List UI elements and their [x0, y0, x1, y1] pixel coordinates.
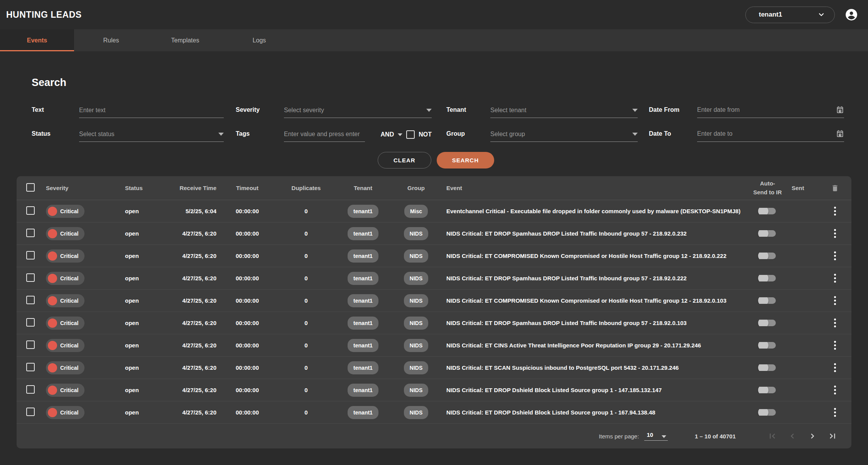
group-select-input[interactable]: [490, 131, 629, 138]
first-page-button[interactable]: [767, 430, 778, 442]
status-value: open: [118, 275, 176, 281]
severity-badge: Critical: [46, 317, 84, 330]
timeout-value: 00:00:00: [216, 297, 278, 304]
previous-page-button[interactable]: [787, 430, 798, 442]
row-checkbox[interactable]: [26, 340, 35, 349]
row-checkbox[interactable]: [26, 296, 35, 304]
text-input[interactable]: [79, 107, 224, 114]
severity-badge: Critical: [46, 249, 84, 263]
tags-operator-select[interactable]: AND: [381, 131, 394, 138]
table-row: Critical open 5/2/25, 6:04 00:00:00 0 te…: [17, 200, 851, 222]
row-menu-icon[interactable]: [831, 272, 839, 284]
auto-send-toggle[interactable]: [760, 409, 776, 416]
dropdown-arrow-icon[interactable]: [632, 109, 638, 112]
next-page-button[interactable]: [807, 430, 818, 442]
toggle-knob: [758, 387, 768, 393]
table-row: Critical open 4/27/25, 6:20 00:00:00 0 t…: [17, 379, 851, 401]
account-avatar-icon[interactable]: [845, 8, 858, 21]
row-menu-icon[interactable]: [831, 295, 839, 307]
status-select[interactable]: [79, 131, 224, 142]
timeout-value: 00:00:00: [216, 409, 278, 416]
tags-input[interactable]: [284, 131, 365, 138]
receive-time-value: 4/27/25, 6:20: [176, 230, 216, 237]
row-checkbox[interactable]: [26, 385, 35, 394]
row-checkbox[interactable]: [26, 318, 35, 327]
row-menu-icon[interactable]: [831, 362, 839, 374]
date-from-field-label: Date From: [649, 106, 697, 118]
tenant-field-label: Tenant: [446, 106, 490, 118]
tenant-badge: tenant1: [348, 205, 378, 218]
clear-button[interactable]: CLEAR: [378, 152, 431, 168]
calendar-icon[interactable]: [836, 130, 844, 138]
row-menu-icon[interactable]: [831, 384, 839, 396]
tenant-selector[interactable]: tenant1: [745, 7, 835, 23]
dropdown-arrow-icon[interactable]: [218, 133, 224, 136]
row-menu-icon[interactable]: [831, 250, 839, 262]
duplicates-value: 0: [278, 208, 334, 214]
tags-not-checkbox[interactable]: [406, 130, 415, 139]
tags-field: [284, 131, 365, 142]
toggle-knob: [758, 320, 768, 326]
row-menu-icon[interactable]: [831, 205, 839, 217]
calendar-icon[interactable]: [836, 106, 844, 114]
tenant-select[interactable]: [490, 107, 638, 118]
items-per-page-value: 10: [647, 431, 653, 438]
auto-send-toggle[interactable]: [760, 275, 776, 281]
column-header-group: Group: [392, 185, 440, 191]
tenant-select-input[interactable]: [490, 107, 629, 114]
row-menu-icon[interactable]: [831, 227, 839, 239]
status-value: open: [118, 297, 176, 304]
select-all-checkbox[interactable]: [26, 183, 35, 192]
column-header-timeout: Timeout: [216, 185, 278, 191]
auto-send-toggle[interactable]: [760, 297, 776, 304]
tab-rules[interactable]: Rules: [74, 29, 148, 51]
event-text: NIDS Critical: ET DROP Spamhaus DROP Lis…: [440, 320, 747, 326]
last-page-button[interactable]: [827, 430, 838, 442]
group-badge: NIDS: [404, 384, 428, 397]
auto-send-toggle[interactable]: [760, 253, 776, 259]
dropdown-arrow-icon[interactable]: [632, 133, 638, 136]
date-to-input[interactable]: [697, 130, 833, 137]
auto-send-toggle[interactable]: [760, 208, 776, 214]
auto-send-toggle[interactable]: [760, 342, 776, 349]
row-checkbox[interactable]: [26, 229, 35, 237]
events-table: Severity Status Receive Time Timeout Dup…: [17, 176, 851, 448]
duplicates-value: 0: [278, 297, 334, 304]
auto-send-toggle[interactable]: [760, 387, 776, 393]
duplicates-value: 0: [278, 230, 334, 237]
toggle-knob: [758, 342, 768, 349]
event-text: NIDS Critical: ET COMPROMISED Known Comp…: [440, 297, 747, 304]
row-menu-icon[interactable]: [831, 317, 839, 329]
column-header-tenant: Tenant: [334, 185, 392, 191]
items-per-page-select[interactable]: 10: [644, 431, 668, 441]
table-row: Critical open 4/27/25, 6:20 00:00:00 0 t…: [17, 312, 851, 334]
delete-selected-icon[interactable]: [831, 184, 839, 192]
status-value: open: [118, 253, 176, 259]
tab-logs[interactable]: Logs: [222, 29, 296, 51]
group-select[interactable]: [490, 131, 638, 142]
date-from-input[interactable]: [697, 106, 833, 113]
row-menu-icon[interactable]: [831, 339, 839, 351]
row-checkbox[interactable]: [26, 251, 35, 259]
row-checkbox[interactable]: [26, 408, 35, 416]
severity-dot-icon: [48, 274, 57, 283]
row-checkbox[interactable]: [26, 273, 35, 282]
auto-send-toggle[interactable]: [760, 320, 776, 326]
row-menu-icon[interactable]: [831, 406, 839, 418]
dropdown-arrow-icon[interactable]: [426, 109, 432, 112]
auto-send-toggle[interactable]: [760, 230, 776, 237]
auto-send-toggle[interactable]: [760, 364, 776, 371]
tenant-badge: tenant1: [348, 249, 378, 263]
tab-templates[interactable]: Templates: [148, 29, 222, 51]
receive-time-value: 4/27/25, 6:20: [176, 253, 216, 259]
status-value: open: [118, 409, 176, 416]
severity-select[interactable]: [284, 107, 432, 118]
search-button[interactable]: SEARCH: [437, 152, 494, 168]
dropdown-arrow-icon[interactable]: [398, 133, 402, 136]
group-badge: NIDS: [404, 361, 428, 374]
row-checkbox[interactable]: [26, 363, 35, 371]
status-select-input[interactable]: [79, 131, 215, 138]
tab-events[interactable]: Events: [0, 29, 74, 51]
row-checkbox[interactable]: [26, 206, 35, 215]
severity-select-input[interactable]: [284, 107, 423, 114]
